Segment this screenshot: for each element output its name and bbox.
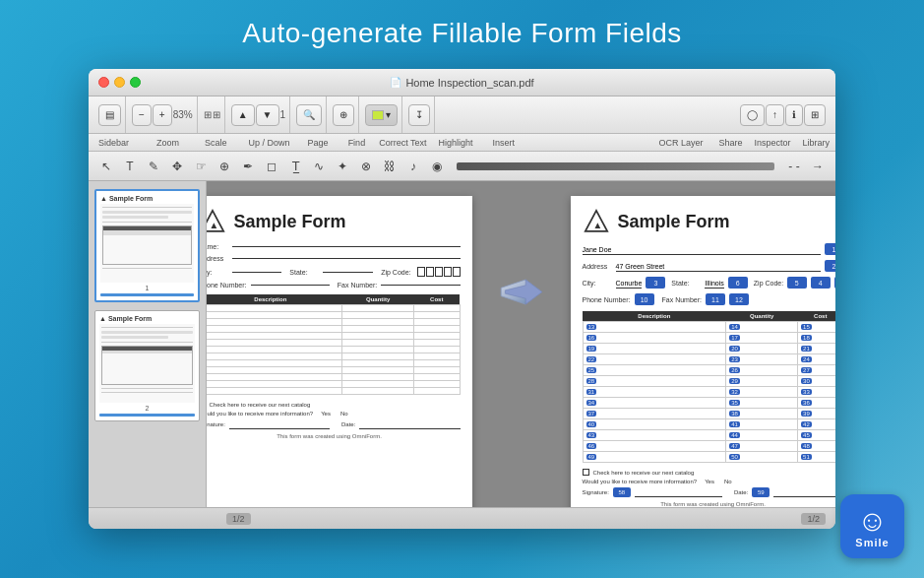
qty-cell-r: 47 (726, 441, 798, 452)
desc-cell (207, 312, 342, 319)
table-row (207, 360, 460, 367)
edit-group: ⊕ (329, 96, 359, 133)
thumb-table-2 (101, 346, 193, 385)
share-button[interactable]: ↑ (766, 104, 784, 126)
fax-line (381, 285, 460, 286)
zoom-minus-button[interactable]: − (132, 104, 152, 126)
qty-cell (342, 347, 414, 353)
thumb-row (103, 234, 191, 235)
thumb-line (101, 342, 193, 343)
catalog-text: Check here to receive our next catalog (210, 402, 311, 408)
thumb-page-num-1: 1 (100, 285, 194, 291)
qty-cell-r: 35 (726, 398, 798, 409)
edit-tool[interactable]: ✎ (144, 157, 163, 176)
text-insert-tool[interactable]: T̲ (285, 157, 305, 176)
cost-cell (414, 326, 460, 333)
library-icon: ⊞ (811, 109, 819, 120)
catalog-checkbox-right[interactable] (583, 469, 589, 476)
desc-cell-r: 43 (583, 430, 726, 441)
state-label-right: State: (671, 280, 701, 287)
desc-cell (207, 333, 342, 340)
left-form-title: Sample Form (234, 212, 346, 232)
desc-cell (207, 381, 342, 388)
form-footer-left: Check here to receive our next catalog W… (207, 401, 461, 439)
audio-tool[interactable]: ♪ (403, 157, 423, 176)
state-value: Illinois (705, 280, 723, 287)
insert-group: ↧ (404, 96, 435, 133)
document-view[interactable]: ▲ Sample Form Name: Address City: State: (207, 181, 835, 507)
date-label: Date: (341, 421, 355, 427)
state-line (323, 272, 373, 273)
zoom-tool[interactable]: ⊕ (215, 157, 234, 176)
maximize-button[interactable] (130, 77, 141, 88)
stamp-tool[interactable]: ⊗ (356, 157, 376, 176)
cost-cell (414, 305, 460, 312)
name-label: Name: (207, 243, 228, 250)
sidebar-thumb-1[interactable]: ▲ Sample Form (94, 189, 200, 302)
circle-tool[interactable]: ◉ (427, 157, 447, 176)
brush-tool[interactable]: ∿ (309, 157, 329, 176)
created-by-right: This form was created using OmniForm. (583, 501, 836, 507)
sig-line-right (635, 487, 722, 497)
scroll-button[interactable]: ⊕ (333, 104, 354, 126)
thumb-content-1 (100, 204, 194, 283)
text-tool[interactable]: T (120, 157, 140, 176)
table-row: 34 35 36 (583, 398, 835, 409)
address-row: Address (207, 255, 461, 262)
desc-cell (207, 353, 342, 360)
zoom-plus-button[interactable]: + (153, 104, 172, 126)
line-end-tool[interactable]: → (808, 157, 828, 176)
phone-line (251, 285, 330, 286)
ocr-layer-button[interactable]: ◯ (740, 104, 765, 126)
label-scale: Scale (205, 138, 227, 148)
cost-cell-r: 45 (798, 430, 835, 441)
highlight-button[interactable]: ▾ (365, 104, 398, 126)
page-value: 1 (280, 109, 286, 120)
desc-cell (207, 319, 342, 326)
select-tool[interactable]: ↖ (96, 157, 116, 176)
page-up-button[interactable]: ▲ (231, 104, 255, 126)
dash-tool[interactable]: - - (784, 157, 804, 176)
desc-cell (207, 374, 342, 381)
col-quantity: Quantity (342, 294, 414, 305)
find-button[interactable]: 🔍 (296, 104, 322, 126)
phone-label-right: Phone Number: (583, 296, 631, 303)
page-down-button[interactable]: ▼ (256, 104, 279, 126)
table-row: 40 41 42 (583, 419, 835, 430)
color-tool[interactable]: ✦ (333, 157, 352, 176)
field-num-11: 11 (706, 293, 725, 305)
inspector-button[interactable]: ℹ (785, 104, 803, 126)
date-label-right: Date: (734, 489, 748, 495)
checkbox-row-right: Check here to receive our next catalog (583, 469, 836, 476)
smile-label: Smile (855, 537, 889, 548)
signature-label: Signature: (207, 421, 225, 427)
field-num-2: 2 (825, 260, 836, 272)
zip-box (417, 267, 425, 277)
phone-row-right: Phone Number: 10 Fax Number: 11 12 (583, 293, 836, 305)
sig-row-right: Signature: 58 Date: 59 (583, 487, 836, 497)
field-num-5: 5 (787, 277, 807, 289)
zip-boxes (417, 267, 461, 277)
hand-tool[interactable]: ☞ (191, 157, 211, 176)
date-line-right (773, 487, 835, 497)
minimize-button[interactable] (114, 77, 125, 88)
right-form-title: Sample Form (618, 212, 730, 232)
sidebar-button[interactable]: ▤ (98, 104, 121, 126)
move-tool[interactable]: ✥ (167, 157, 187, 176)
insert-button[interactable]: ↧ (408, 104, 430, 126)
qty-cell (342, 333, 414, 340)
sidebar-thumb-2[interactable]: ▲ Sample Form 2 (94, 310, 200, 421)
checkbox-row: Check here to receive our next catalog (207, 401, 461, 408)
table-row: 46 47 48 (583, 441, 835, 452)
qty-cell-r: 38 (726, 409, 798, 419)
zoom-value: 83% (173, 109, 193, 120)
library-button[interactable]: ⊞ (804, 104, 826, 126)
close-button[interactable] (98, 77, 109, 88)
link-tool[interactable]: ⛓ (380, 157, 400, 176)
fax-label-right: Fax Number: (662, 296, 702, 303)
shape-tool[interactable]: ◻ (262, 157, 281, 176)
pen-tool[interactable]: ✒ (238, 157, 258, 176)
table-row (207, 326, 460, 333)
cost-cell-r: 42 (798, 419, 835, 430)
qty-cell-r: 26 (726, 365, 798, 376)
